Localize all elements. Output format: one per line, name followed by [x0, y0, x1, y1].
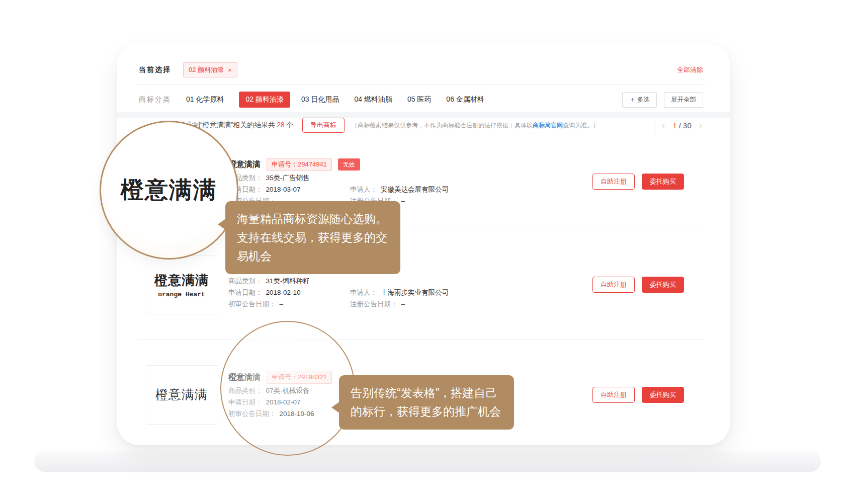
next-page-icon[interactable]: ›: [699, 120, 702, 131]
apply-date-label: 申请日期：: [228, 288, 263, 297]
apply-date-label: 申请日期：: [228, 185, 263, 194]
entrust-buy-button[interactable]: 委托购买: [642, 277, 684, 293]
export-trademark-button[interactable]: 导出商标: [302, 118, 345, 133]
results-count: 28: [275, 121, 286, 129]
trademark-row-1[interactable]: 橙意满满 橙意满满 申请号：29474941 无效 商品类: [137, 133, 705, 230]
category-filter-label: 商标分类: [139, 95, 171, 104]
registration-publication-value: –: [401, 197, 405, 206]
current-selection-row: 当前选择 02 颜料油漆 × 全部清除: [137, 56, 705, 85]
category-label: 商品类别：: [228, 277, 263, 286]
current-selection-label: 当前选择: [139, 65, 171, 74]
applicant-value: 上海雨步实业有限公司: [381, 288, 449, 297]
application-number-label: 申请号：: [272, 373, 298, 381]
category-item-06[interactable]: 06 金属材料: [446, 95, 484, 104]
multi-select-button[interactable]: ＋ 多选: [622, 92, 657, 108]
first-publication-value: –: [280, 300, 284, 309]
trademark-image-2[interactable]: 橙意满满 orange Heart: [146, 255, 217, 314]
trademark-row-2[interactable]: 橙意满满 orange Heart 橙意满满 申请号：29482153 已注册: [137, 230, 705, 340]
application-number-tag: 申请号：29474941: [267, 158, 332, 171]
trademark-image-text: 橙意满满: [155, 174, 208, 190]
category-row: 商标分类 01 化学原料 02 颜料油漆 03 日化用品 04 燃料油脂 05 …: [137, 85, 705, 115]
apply-date-value: 2018-02-07: [266, 398, 301, 407]
page-separator: /: [679, 121, 681, 130]
filter-panel: 当前选择 02 颜料油漆 × 全部清除 商标分类 01 化学原料 02 颜料油漆…: [137, 56, 705, 115]
results-count-unit: 个: [286, 121, 293, 129]
category-label: 商品类别：: [228, 174, 263, 183]
trademark-image-3[interactable]: 橙意满满: [146, 365, 217, 425]
selected-filter-tag-label: 02 颜料油漆: [189, 65, 224, 74]
application-number-tag: 申请号：29198321: [267, 371, 332, 384]
row-actions-2: 自助注册 委托购买: [592, 277, 684, 293]
category-value: 07类-机械设备: [266, 386, 310, 395]
trademark-image-text: 橙意满满: [155, 386, 208, 403]
trademark-name[interactable]: 橙意满满: [228, 373, 261, 382]
results-summary-text: 检索到“橙意满满”相关的结果共: [179, 121, 275, 129]
self-register-button[interactable]: 自助注册: [592, 387, 635, 403]
expand-all-button[interactable]: 展开全部: [664, 92, 703, 108]
self-register-button[interactable]: 自助注册: [592, 174, 635, 190]
current-page: 1: [672, 121, 676, 130]
results-summary: 检索到“橙意满满”相关的结果共28个: [137, 121, 293, 130]
disclaimer-post: 查询为准。）: [563, 122, 599, 129]
application-number-label: 申请号：: [272, 160, 298, 168]
status-badge-invalid: 无效: [338, 158, 360, 171]
self-register-button[interactable]: 自助注册: [592, 277, 635, 293]
clear-all-button[interactable]: 全部清除: [677, 65, 703, 74]
entrust-buy-button[interactable]: 委托购买: [642, 387, 684, 403]
category-item-03[interactable]: 03 日化用品: [301, 95, 339, 104]
applicant-label: 申请人：: [350, 185, 377, 194]
row-actions-3: 自助注册 委托购买: [592, 387, 684, 403]
panel-divider: [117, 112, 730, 118]
category-item-02-selected[interactable]: 02 颜料油漆: [239, 92, 290, 108]
category-item-05[interactable]: 05 医药: [407, 95, 431, 104]
laptop-base: [34, 451, 821, 472]
remove-filter-icon[interactable]: ×: [228, 66, 232, 74]
trademark-image-text: 橙意满满: [154, 272, 209, 289]
first-publication-value: 2018-10-06: [280, 409, 314, 418]
registration-publication-value: –: [401, 300, 405, 309]
results-header: 检索到“橙意满满”相关的结果共28个 导出商标 （商标检索结果仅供参考，不作为商…: [137, 118, 705, 133]
prev-page-icon[interactable]: ‹: [662, 120, 665, 131]
page: 当前选择 02 颜料油漆 × 全部清除 商标分类 01 化学原料 02 颜料油漆…: [0, 0, 853, 504]
first-publication-label: 初审公告日期：: [228, 300, 276, 309]
category-value: 31类-饲料种籽: [266, 277, 310, 286]
disclaimer-text: （商标检索结果仅供参考，不作为商标能否注册的法律依据；具体以商标局官网查询为准。…: [352, 121, 599, 130]
pagination: ‹ 1 / 30 ›: [659, 118, 705, 133]
disclaimer-pre: （商标检索结果仅供参考，不作为商标能否注册的法律依据；具体以: [352, 122, 533, 129]
registration-publication-label: 注册公告日期：: [350, 300, 398, 309]
category-item-01[interactable]: 01 化学原料: [186, 95, 224, 104]
trademark-office-link[interactable]: 商标局官网: [533, 122, 563, 129]
selected-filter-tag[interactable]: 02 颜料油漆 ×: [183, 62, 237, 77]
applicant-label: 申请人：: [350, 288, 377, 297]
trademark-image-1[interactable]: 橙意满满: [146, 152, 217, 211]
entrust-buy-button[interactable]: 委托购买: [642, 174, 684, 190]
callout-tooltip-2: 告别传统“发表格”，搭建自己的标行，获得更多的推广机会: [339, 375, 514, 430]
application-number-value: 29474941: [298, 160, 327, 168]
first-publication-label: 初审公告日期：: [228, 409, 276, 418]
apply-date-value: 2018-03-07: [266, 185, 301, 194]
category-value: 35类-广告销售: [266, 174, 310, 183]
page-indicator: 1 / 30: [672, 121, 692, 130]
row-actions-1: 自助注册 委托购买: [592, 174, 684, 190]
apply-date-value: 2018-02-10: [266, 288, 301, 297]
category-label: 商品类别：: [228, 386, 263, 395]
applicant-value: 安徽美达会展有限公司: [381, 185, 449, 194]
callout-tooltip-1: 海量精品商标资源随心选购。支持在线交易，获得更多的交易机会: [225, 201, 400, 274]
trademark-image-subtext: orange Heart: [158, 291, 205, 298]
total-pages: 30: [683, 121, 692, 130]
category-item-04[interactable]: 04 燃料油脂: [354, 95, 392, 104]
application-number-value: 29198321: [298, 373, 327, 381]
trademark-name[interactable]: 橙意满满: [228, 160, 261, 169]
trademark-detail-1: 橙意满满 申请号：29474941 无效 商品类别： 35类-广告销售: [228, 155, 449, 208]
apply-date-label: 申请日期：: [228, 398, 263, 407]
